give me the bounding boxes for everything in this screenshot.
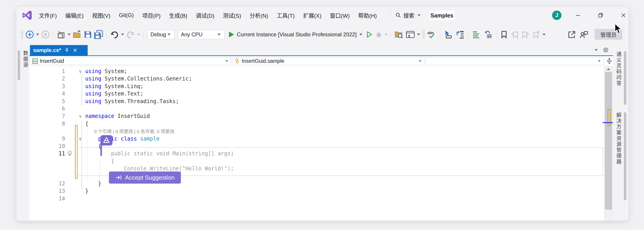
empty-dropdown[interactable] [426, 57, 604, 65]
navigate-to-cursor-button[interactable] [443, 29, 454, 40]
close-tab-icon[interactable] [73, 48, 78, 53]
previous-bookmark-button[interactable] [510, 29, 520, 40]
menu-help[interactable]: 帮助(H) [354, 9, 381, 22]
code-editor[interactable]: 1∨using System;2using System.Collections… [29, 66, 613, 220]
solution-name-box[interactable]: Samples [429, 11, 454, 20]
code-line[interactable]: 10 { [29, 142, 613, 150]
tab-solution-explorer[interactable]: 解决方案资源管理器 [615, 112, 626, 200]
editor-settings-gear-icon[interactable] [603, 47, 609, 53]
live-share-button[interactable] [567, 30, 577, 39]
undo-history-chevron[interactable] [121, 34, 124, 35]
chevron-down-icon [226, 60, 228, 62]
editor-group: sample.cs* C# InsertGuid InsertGuid.samp… [29, 45, 613, 220]
lightbulb-quick-actions-icon[interactable] [66, 150, 73, 157]
menu-git[interactable]: Git(G) [115, 10, 138, 21]
hot-reload-button[interactable] [374, 29, 384, 40]
open-folder-icon [73, 30, 82, 39]
codelens-row[interactable]: 0 个引用 | 0 项更改 | 0 名作者, 0 项更改 [29, 127, 613, 135]
menu-tools[interactable]: 工具(T) [272, 9, 299, 22]
new-project-button[interactable] [56, 29, 67, 40]
ghost-suggestion-line[interactable]: 11 public static void Main(string[] args… [29, 150, 613, 157]
spell-check-button[interactable]: abc [426, 29, 438, 40]
fold-chevron-icon[interactable]: ∨ [79, 136, 82, 142]
new-item-chevron[interactable] [68, 34, 71, 35]
split-editor-handle[interactable] [606, 57, 613, 65]
send-feedback-button[interactable] [579, 30, 589, 39]
menu-window[interactable]: 窗口(W) [326, 9, 354, 22]
member-dropdown[interactable]: InsertGuid.sample [232, 57, 424, 65]
code-line[interactable]: 14 [29, 195, 613, 202]
code-line[interactable]: 9∨ public class sample [29, 135, 613, 143]
code-line[interactable]: 1∨using System; [29, 67, 613, 75]
navigate-forward-button[interactable] [40, 29, 51, 40]
tab-data-sources[interactable]: 数据源 [18, 50, 29, 80]
save-button[interactable] [83, 29, 93, 40]
solution-configuration-combo[interactable]: Debug [148, 30, 174, 39]
start-without-debugging-button[interactable] [364, 29, 374, 40]
tongyi-lingma-logo-icon[interactable] [100, 135, 112, 146]
toolbar-grip[interactable] [422, 30, 425, 39]
tab-tongyi-lingma-chat[interactable]: 通义灵码问答 [615, 51, 626, 105]
document-list-chevron[interactable] [594, 49, 598, 51]
menu-file[interactable]: 文件(F) [35, 9, 61, 22]
revert-lines-button[interactable] [482, 29, 494, 40]
menu-extensions[interactable]: 扩展(X) [299, 9, 326, 22]
editor-vertical-scrollbar[interactable] [604, 66, 613, 220]
toggle-bookmark-button[interactable] [499, 29, 510, 40]
code-line[interactable]: 5using System.Threading.Tasks; [29, 97, 613, 105]
solution-platform-combo[interactable]: Any CPU [178, 30, 224, 39]
find-in-files-button[interactable] [393, 29, 404, 40]
minimize-icon [575, 12, 581, 18]
clear-bookmarks-button[interactable] [531, 29, 542, 40]
fold-chevron-icon[interactable]: ∨ [79, 113, 82, 119]
restore-button[interactable] [594, 10, 607, 21]
user-avatar[interactable]: J [552, 11, 562, 20]
redo-history-chevron[interactable] [137, 34, 140, 35]
open-file-button[interactable] [72, 29, 83, 40]
save-all-button[interactable] [93, 29, 104, 40]
code-line[interactable]: 2using System.Collections.Generic; [29, 75, 613, 82]
menu-bar: 文件(F) 编辑(E) 视图(V) Git(G) 项目(P) 生成(B) 调试(… [35, 7, 381, 24]
bookmark-icon [500, 30, 508, 39]
undo-button[interactable] [109, 29, 120, 40]
code-line[interactable]: 7∨namespace InsertGuid [29, 112, 613, 120]
search-control[interactable]: 搜索 [388, 7, 422, 24]
menu-debug[interactable]: 调试(D) [192, 9, 219, 22]
view-switch-chevron[interactable] [417, 34, 420, 35]
menu-build[interactable]: 生成(B) [165, 9, 192, 22]
menu-view[interactable]: 视图(V) [88, 9, 115, 22]
tab-sample-cs[interactable]: sample.cs* [30, 45, 88, 55]
project-dropdown[interactable]: C# InsertGuid [30, 57, 231, 65]
structure-navigate-button[interactable] [454, 29, 466, 40]
menu-edit[interactable]: 编辑(E) [61, 9, 88, 22]
back-history-chevron[interactable] [36, 34, 39, 35]
codelens-info[interactable]: 0 个引用 | 0 项更改 | 0 名作者, 0 项更改 [94, 128, 174, 135]
minimize-button[interactable] [572, 10, 584, 21]
code-text: namespace InsertGuid [85, 113, 150, 119]
navigate-back-button[interactable] [24, 29, 35, 40]
fold-chevron-icon[interactable]: ∨ [79, 69, 82, 74]
scrollbar-up-arrow[interactable] [607, 68, 610, 70]
code-line[interactable]: 6 [29, 105, 613, 112]
pin-icon[interactable] [64, 48, 70, 53]
next-bookmark-button[interactable] [520, 29, 531, 40]
code-line[interactable]: 13} [29, 187, 613, 195]
solution-explorer-home-button[interactable] [404, 29, 416, 40]
redo-button[interactable] [125, 29, 136, 40]
next-bookmark-icon [521, 30, 530, 39]
show-changed-lines-button[interactable] [471, 29, 482, 40]
code-line[interactable]: 4using System.Text; [29, 90, 613, 97]
menu-test[interactable]: 测试(S) [219, 9, 246, 22]
scrollbar-thumb[interactable] [605, 72, 612, 210]
accept-suggestion-button[interactable]: Accept Suggestion [109, 171, 181, 184]
code-line[interactable]: 3using System.Linq; [29, 82, 613, 90]
toolbar-overflow-chevron[interactable] [542, 34, 546, 35]
toolbar-grip[interactable] [21, 30, 23, 39]
close-button[interactable] [618, 10, 629, 21]
menu-analyze[interactable]: 分析(N) [245, 9, 272, 22]
ghost-suggestion-line[interactable]: { [29, 157, 613, 165]
menu-project[interactable]: 项目(P) [138, 9, 165, 22]
code-line[interactable]: 8{ [29, 120, 613, 128]
hot-reload-chevron[interactable] [384, 34, 388, 35]
start-debugging-button[interactable]: Current Instance [Visual Studio Professi… [226, 29, 364, 40]
